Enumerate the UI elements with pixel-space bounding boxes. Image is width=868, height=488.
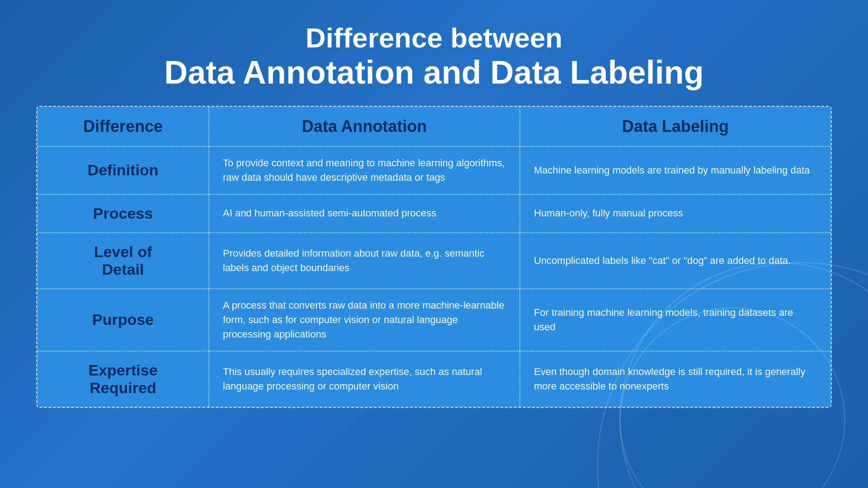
row-label-expertise: Expertise Required (37, 351, 209, 407)
title-section: Difference between Data Annotation and D… (164, 0, 703, 106)
cell-process-annotation: AI and human-assisted semi-automated pro… (209, 194, 520, 233)
cell-expertise-labeling: Even though domain knowledge is still re… (520, 351, 831, 407)
cell-definition-labeling: Machine learning models are trained by m… (520, 146, 831, 194)
cell-level-labeling: Uncomplicated labels like "cat" or "dog"… (520, 233, 831, 289)
row-label-level-of-detail: Level of Detail (37, 233, 209, 289)
cell-process-labeling: Human-only, fully manual process (520, 194, 831, 233)
row-label-purpose: Purpose (37, 289, 209, 351)
cell-level-annotation: Provides detailed information about raw … (209, 233, 520, 289)
row-label-process: Process (37, 194, 209, 233)
cell-definition-annotation: To provide context and meaning to machin… (209, 146, 520, 194)
header-annotation: Data Annotation (209, 107, 520, 146)
title-line2: Data Annotation and Data Labeling (164, 54, 703, 91)
row-label-definition: Definition (37, 146, 209, 194)
table-grid: Difference Data Annotation Data Labeling… (37, 107, 831, 407)
title-line1: Difference between (164, 22, 703, 54)
header-labeling: Data Labeling (520, 107, 831, 146)
cell-purpose-labeling: For training machine learning models, tr… (520, 289, 831, 351)
cell-expertise-annotation: This usually requires specialized expert… (209, 351, 520, 407)
comparison-table: Difference Data Annotation Data Labeling… (36, 106, 832, 408)
header-difference: Difference (37, 107, 209, 146)
cell-purpose-annotation: A process that converts raw data into a … (209, 289, 520, 351)
